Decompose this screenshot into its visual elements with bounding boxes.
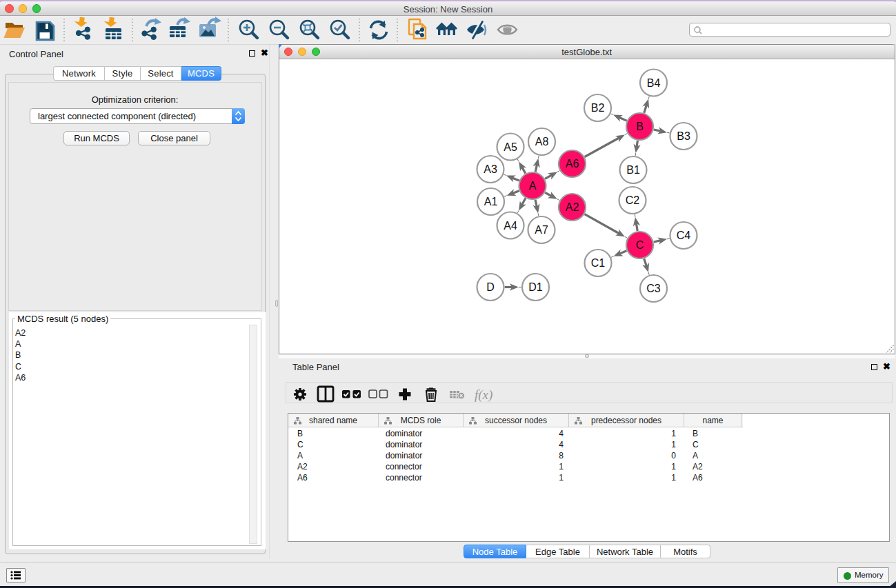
svg-text:D: D bbox=[486, 281, 495, 293]
svg-text:A2: A2 bbox=[565, 201, 579, 213]
svg-text:C2: C2 bbox=[625, 194, 639, 206]
svg-text:C4: C4 bbox=[676, 230, 690, 241]
svg-text:A1: A1 bbox=[484, 196, 497, 207]
svg-text:A3: A3 bbox=[484, 163, 497, 175]
svg-text:A8: A8 bbox=[535, 136, 548, 148]
svg-text:C: C bbox=[635, 239, 644, 251]
svg-text:f(x): f(x) bbox=[475, 387, 492, 403]
svg-text:A: A bbox=[528, 180, 536, 192]
svg-text:B: B bbox=[636, 121, 644, 132]
svg-text:D1: D1 bbox=[528, 281, 543, 293]
svg-text:B3: B3 bbox=[677, 130, 690, 142]
svg-text:A6: A6 bbox=[565, 158, 579, 170]
svg-text:A7: A7 bbox=[535, 224, 548, 236]
svg-text:A5: A5 bbox=[504, 141, 517, 153]
svg-text:B1: B1 bbox=[626, 164, 640, 176]
svg-text:C3: C3 bbox=[646, 283, 661, 294]
svg-text:C1: C1 bbox=[590, 257, 605, 269]
svg-text:B2: B2 bbox=[590, 102, 604, 114]
svg-text:A4: A4 bbox=[504, 220, 517, 232]
svg-text:B4: B4 bbox=[646, 77, 660, 89]
